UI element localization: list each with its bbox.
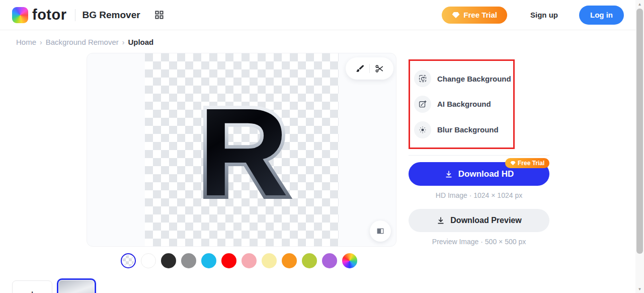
blur-background-button[interactable]: Blur Background [414,121,513,138]
fotor-logo[interactable]: fotor [12,7,67,23]
page-scrollbar[interactable]: ▲ ▼ [635,0,644,293]
download-icon [436,216,445,225]
scrollbar-down-arrow[interactable]: ▼ [635,285,644,293]
canvas-toolbar [346,57,393,80]
color-swatch-black[interactable] [161,253,176,268]
app-title: BG Remover [83,10,140,21]
color-swatch-red[interactable] [221,253,236,268]
ai-background-button[interactable]: AI Background [414,96,513,113]
download-icon [444,170,453,179]
fotor-logo-icon [12,7,28,23]
blur-background-icon [414,121,431,138]
compare-before-after-button[interactable] [370,221,391,242]
free-trial-badge-label: Free Trial [518,160,544,167]
free-trial-label: Free Trial [463,11,497,19]
panel-divider [409,155,549,156]
sign-up-link[interactable]: Sign up [530,11,558,19]
transparency-checkerboard: R [145,53,339,247]
color-swatch-purple[interactable] [322,253,337,268]
change-background-icon [414,70,431,87]
scrollbar-thumb[interactable] [636,9,643,254]
free-trial-badge: Free Trial [505,158,549,168]
gem-icon [510,161,516,166]
cutout-tool-button[interactable] [370,57,389,80]
gem-icon [452,12,460,19]
checkerboard-swatch-fill [123,255,134,266]
subject-image-letter-r: R [145,53,339,247]
breadcrumb-separator: › [122,38,125,46]
compare-icon [376,227,385,236]
download-hd-label: Download HD [458,169,514,179]
ai-background-icon [414,96,431,113]
free-trial-button[interactable]: Free Trial [442,7,507,24]
brush-tool-button[interactable] [350,57,369,80]
scrollbar-up-arrow[interactable]: ▲ [635,0,644,8]
breadcrumb-separator: › [40,38,42,46]
color-swatch-white[interactable] [141,253,156,268]
image-thumbnail-selected[interactable] [57,278,96,293]
breadcrumb-home[interactable]: Home [16,38,36,46]
editor-canvas: R [87,53,396,247]
color-swatch-orange[interactable] [282,253,297,268]
fotor-logo-text: fotor [32,7,67,23]
scissors-icon [375,64,384,74]
color-swatch-pink[interactable] [242,253,257,268]
background-color-swatches [121,253,357,268]
blur-background-label: Blur Background [437,125,499,134]
plus-icon: + [28,287,36,293]
header: fotor BG Remover Free Trial Sign up Log … [0,0,644,30]
breadcrumb: Home › Background Remover › Upload [16,38,153,46]
ai-background-label: AI Background [437,100,491,108]
change-background-button[interactable]: Change Background [414,70,513,87]
svg-text:R: R [198,82,288,222]
change-background-label: Change Background [437,75,511,83]
color-swatch-cyan[interactable] [201,253,216,268]
breadcrumb-upload: Upload [128,38,153,46]
thumbnail-preview [59,280,94,293]
breadcrumb-background-remover[interactable]: Background Remover [46,38,119,46]
color-swatch-lime[interactable] [302,253,317,268]
preview-image-info: Preview Image · 500 × 500 px [409,238,549,246]
apps-grid-icon[interactable] [154,10,164,20]
color-swatch-light-yellow[interactable] [262,253,277,268]
color-swatch-gray[interactable] [181,253,196,268]
color-swatch-transparent[interactable] [121,253,136,268]
hd-image-info: HD Image · 1024 × 1024 px [409,191,549,199]
color-swatch-rainbow[interactable] [342,253,357,268]
log-in-button[interactable]: Log in [579,6,624,25]
background-actions-panel: Change Background AI Background Blur Bac… [409,59,515,149]
download-preview-label: Download Preview [450,216,521,225]
add-image-button[interactable]: + [12,280,52,293]
brush-icon [355,64,365,74]
download-preview-button[interactable]: Download Preview [409,209,549,232]
header-divider [75,9,75,21]
